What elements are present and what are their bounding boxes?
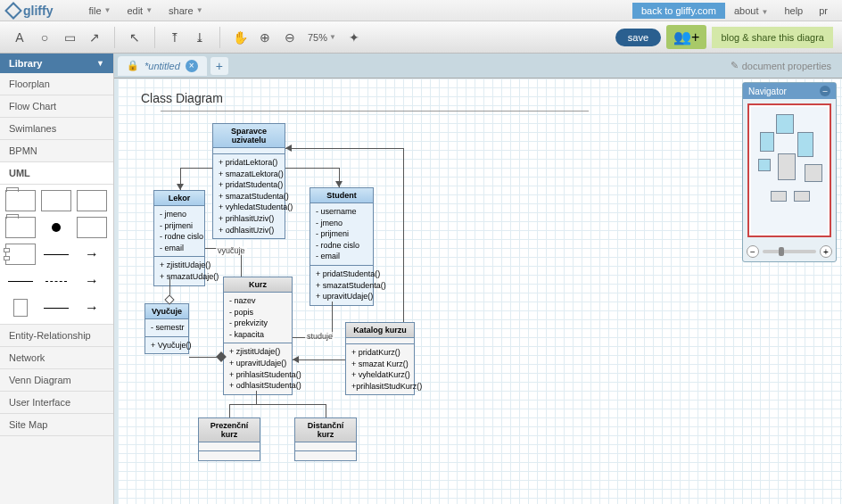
blog-banner[interactable]: blog & share this diagra bbox=[712, 27, 833, 48]
class-prezencni[interactable]: Prezenční kurz bbox=[198, 417, 260, 461]
class-student[interactable]: Student - username - jmeno - prijmeni - … bbox=[310, 187, 374, 306]
save-button[interactable]: save bbox=[615, 29, 661, 46]
tab-add[interactable]: + bbox=[210, 57, 228, 75]
top-header: gliffy file▼ edit▼ share▼ back to gliffy… bbox=[0, 0, 842, 21]
pointer-tool[interactable]: ↖ bbox=[124, 27, 145, 48]
lib-floorplan[interactable]: Floorplan bbox=[0, 73, 113, 95]
people-icon: 👥+ bbox=[673, 29, 699, 45]
navigator-preview[interactable] bbox=[747, 103, 831, 237]
lock-icon: 🔒 bbox=[127, 60, 139, 71]
canvas[interactable]: Class Diagram Sparavce uzivatelu + prida… bbox=[118, 78, 842, 504]
top-menu: file▼ edit▼ share▼ bbox=[88, 5, 202, 16]
logo-text: gliffy bbox=[23, 4, 53, 18]
rect-tool[interactable]: ▭ bbox=[59, 27, 80, 48]
shape-node[interactable] bbox=[5, 297, 36, 318]
navigator-close[interactable]: – bbox=[820, 86, 830, 96]
pr-link[interactable]: pr bbox=[812, 4, 835, 18]
class-kurz[interactable]: Kurz - nazev - popis - prekvizity - kapa… bbox=[223, 277, 293, 395]
pencil-icon: ✎ bbox=[731, 60, 739, 71]
lib-network[interactable]: Network bbox=[0, 347, 113, 369]
pan-tool[interactable]: ✋ bbox=[229, 27, 251, 48]
menu-file[interactable]: file▼ bbox=[88, 5, 111, 16]
navigator-header: Navigator – bbox=[743, 83, 836, 99]
menu-share[interactable]: share▼ bbox=[169, 5, 202, 16]
shape-line2[interactable] bbox=[5, 270, 36, 292]
nav-zoom-out[interactable]: − bbox=[747, 245, 759, 258]
shape-tab[interactable] bbox=[5, 217, 36, 238]
shape-arrow[interactable] bbox=[77, 244, 107, 265]
class-lektor[interactable]: Lekor - jmeno - prijmeni - rodne cislo -… bbox=[153, 190, 205, 286]
bring-front-icon[interactable]: ⤒ bbox=[164, 27, 186, 48]
zoom-in-icon[interactable]: ⊕ bbox=[254, 27, 276, 48]
back-link[interactable]: back to gliffy.com bbox=[632, 3, 725, 19]
main: Library ▼ Floorplan Flow Chart Swimlanes… bbox=[0, 54, 842, 504]
send-back-icon[interactable]: ⤓ bbox=[189, 27, 210, 48]
logo-icon bbox=[4, 2, 22, 20]
nav-zoom-in[interactable]: + bbox=[820, 245, 832, 258]
top-right-links: back to gliffy.com about ▼ help pr bbox=[632, 3, 835, 19]
class-vyucuje[interactable]: Vyučuje - semestr + Vyučuje() bbox=[144, 303, 189, 354]
text-tool[interactable]: A bbox=[9, 27, 30, 48]
navigator-zoom: − + bbox=[743, 242, 836, 261]
shape-class[interactable] bbox=[41, 190, 71, 211]
lib-ui[interactable]: User Interface bbox=[0, 392, 113, 414]
title-underline bbox=[161, 111, 589, 112]
toolbar: A ○ ▭ ↗ ↖ ⤒ ⤓ ✋ ⊕ ⊖ 75%▼ ✦ save 👥+ blog … bbox=[0, 21, 842, 54]
lib-venn[interactable]: Venn Diagram bbox=[0, 369, 113, 392]
lib-flowchart[interactable]: Flow Chart bbox=[0, 95, 113, 118]
class-katalog[interactable]: Katalog kurzu + pridatKurz() + smazat Ku… bbox=[345, 322, 415, 395]
diagram-title: Class Diagram bbox=[141, 91, 223, 105]
conn-katalog-spravce bbox=[403, 148, 404, 322]
document-properties[interactable]: ✎ document properties bbox=[731, 60, 838, 71]
help-link[interactable]: help bbox=[777, 4, 810, 18]
circle-tool[interactable]: ○ bbox=[34, 27, 55, 48]
chevron-down-icon[interactable]: ▼ bbox=[96, 59, 104, 68]
shape-dot[interactable] bbox=[41, 217, 71, 238]
shape-rect[interactable] bbox=[77, 217, 107, 238]
shape-gen[interactable] bbox=[77, 297, 107, 318]
shape-depend[interactable] bbox=[77, 270, 107, 292]
nav-zoom-slider[interactable] bbox=[763, 250, 816, 253]
logo[interactable]: gliffy bbox=[7, 4, 53, 18]
shape-note[interactable] bbox=[77, 190, 107, 211]
zoom-out-icon[interactable]: ⊖ bbox=[279, 27, 301, 48]
line-tool[interactable]: ↗ bbox=[84, 27, 105, 48]
zoom-level[interactable]: 75%▼ bbox=[304, 32, 340, 43]
class-distancni[interactable]: Distanční kurz bbox=[294, 417, 357, 461]
sidebar-header: Library ▼ bbox=[0, 54, 113, 73]
tab-bar: 🔒 *untitled × + ✎ document properties bbox=[114, 54, 842, 78]
sidebar: Library ▼ Floorplan Flow Chart Swimlanes… bbox=[0, 54, 114, 504]
fit-icon[interactable]: ✦ bbox=[343, 27, 365, 48]
canvas-wrap: 🔒 *untitled × + ✎ document properties Cl… bbox=[114, 54, 842, 504]
tab-untitled[interactable]: 🔒 *untitled × bbox=[118, 56, 207, 76]
about-link[interactable]: about ▼ bbox=[727, 4, 776, 18]
lib-swimlanes[interactable]: Swimlanes bbox=[0, 118, 113, 140]
class-spravce[interactable]: Sparavce uzivatelu + pridatLektora() + s… bbox=[212, 123, 285, 239]
menu-edit[interactable]: edit▼ bbox=[127, 5, 153, 16]
shape-palette bbox=[0, 185, 113, 325]
shape-assoc[interactable] bbox=[41, 244, 71, 265]
lib-bpmn[interactable]: BPMN bbox=[0, 140, 113, 162]
conn-katalog-kurz bbox=[293, 359, 345, 360]
navigator-panel[interactable]: Navigator – − + bbox=[742, 82, 837, 262]
shape-component[interactable] bbox=[5, 244, 36, 265]
shape-package[interactable] bbox=[5, 190, 36, 211]
lib-uml[interactable]: UML bbox=[0, 162, 113, 185]
shape-dashed[interactable] bbox=[41, 270, 71, 292]
lib-sitemap[interactable]: Site Map bbox=[0, 414, 113, 436]
shape-line3[interactable] bbox=[41, 297, 71, 318]
conn-spravce-student bbox=[285, 168, 339, 169]
share-button[interactable]: 👥+ bbox=[666, 25, 706, 49]
lib-er[interactable]: Entity-Relationship bbox=[0, 325, 113, 347]
tab-close[interactable]: × bbox=[186, 60, 198, 72]
